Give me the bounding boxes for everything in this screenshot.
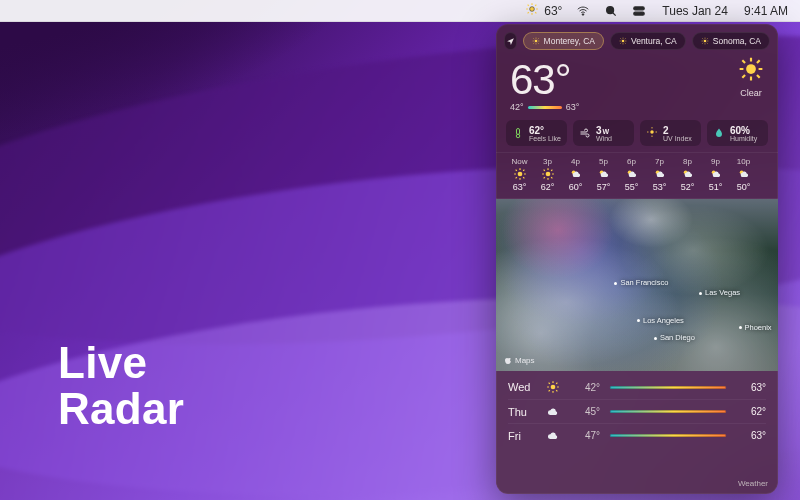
hour-label: 9p: [702, 157, 729, 166]
svg-point-84: [551, 385, 556, 390]
current-hi: 63°: [566, 102, 580, 112]
hour-temp: 63°: [506, 182, 533, 192]
svg-point-25: [622, 40, 625, 43]
svg-line-21: [533, 39, 534, 40]
hour-label: 6p: [618, 157, 645, 166]
menubar-time[interactable]: 9:41 AM: [742, 4, 788, 18]
menubar-temp: 63°: [544, 4, 562, 18]
panel-attribution: Weather: [496, 479, 778, 494]
wifi-icon[interactable]: [576, 4, 590, 18]
current-conditions: 63° 42° 63° Clear: [496, 50, 778, 116]
radar-map[interactable]: San FranciscoLas VegasLos AngelesSan Die…: [496, 199, 778, 371]
current-condition-label: Clear: [738, 88, 764, 98]
hour-temp: 51°: [702, 182, 729, 192]
hour-label: Now: [506, 157, 533, 166]
menubar-date[interactable]: Tues Jan 24: [660, 4, 728, 18]
day-icon: [546, 429, 564, 443]
hour-cell-6[interactable]: 8p 52°: [674, 157, 701, 192]
svg-point-15: [641, 12, 643, 14]
current-temp: 63°: [510, 56, 579, 104]
stats-row: 62°Feels Like 3WWind 2UV Index 60%Humidi…: [496, 116, 778, 152]
hour-temp: 53°: [646, 182, 673, 192]
svg-line-64: [515, 170, 516, 171]
svg-line-11: [613, 12, 616, 15]
svg-line-50: [742, 75, 745, 78]
svg-line-33: [625, 39, 626, 40]
svg-point-54: [650, 130, 654, 134]
hour-cell-0[interactable]: Now 63°: [506, 157, 533, 192]
hour-label: 3p: [534, 157, 561, 166]
svg-line-51: [757, 60, 760, 63]
hour-temp: 57°: [590, 182, 617, 192]
control-center-icon[interactable]: [632, 4, 646, 18]
location-pill-2[interactable]: Sonoma, CA: [692, 32, 770, 50]
hour-temp: 60°: [562, 182, 589, 192]
hour-cell-1[interactable]: 3p 62°: [534, 157, 561, 192]
hour-label: 7p: [646, 157, 673, 166]
day-hi: 62°: [736, 406, 766, 417]
hour-cell-8[interactable]: 10p 50°: [730, 157, 757, 192]
hour-icon: [506, 167, 533, 181]
hour-icon: [702, 167, 729, 181]
day-row-2[interactable]: Fri 47° 63°: [508, 423, 766, 447]
day-name: Wed: [508, 381, 536, 393]
apple-maps-badge: Maps: [504, 356, 535, 365]
svg-line-5: [528, 5, 529, 6]
hour-cell-2[interactable]: 4p 60°: [562, 157, 589, 192]
stat-humidity[interactable]: 60%Humidity: [707, 120, 768, 146]
map-city-label: Las Vegas: [699, 288, 740, 297]
svg-line-7: [528, 12, 529, 13]
hour-label: 5p: [590, 157, 617, 166]
svg-line-48: [742, 60, 745, 63]
svg-point-43: [746, 64, 756, 74]
day-range-bar: [610, 410, 726, 413]
svg-point-14: [636, 7, 638, 9]
svg-line-49: [757, 75, 760, 78]
day-row-1[interactable]: Thu 45° 62°: [508, 399, 766, 423]
hour-temp: 52°: [674, 182, 701, 192]
sun-icon: [525, 2, 539, 19]
hour-cell-3[interactable]: 5p 57°: [590, 157, 617, 192]
svg-line-90: [556, 390, 557, 391]
day-hi: 63°: [736, 430, 766, 441]
spotlight-icon[interactable]: [604, 4, 618, 18]
map-city-label: Los Angeles: [637, 316, 684, 325]
hour-cell-7[interactable]: 9p 51°: [702, 157, 729, 192]
svg-line-76: [551, 170, 552, 171]
svg-line-73: [543, 170, 544, 171]
system-menubar: 63° Tues Jan 24 9:41 AM: [0, 0, 800, 22]
menubar-weather[interactable]: 63°: [525, 2, 562, 19]
hero-line-2: Radar: [58, 386, 184, 432]
svg-line-8: [535, 5, 536, 6]
location-pill-1[interactable]: Ventura, CA: [610, 32, 686, 50]
svg-line-66: [515, 177, 516, 178]
day-hi: 63°: [736, 382, 766, 393]
svg-line-65: [523, 177, 524, 178]
stat-feels-like[interactable]: 62°Feels Like: [506, 120, 567, 146]
day-name: Thu: [508, 406, 536, 418]
hour-temp: 55°: [618, 182, 645, 192]
location-arrow-icon[interactable]: [504, 32, 517, 50]
svg-line-40: [707, 43, 708, 44]
hour-icon: [618, 167, 645, 181]
map-city-label: San Francisco: [614, 278, 668, 287]
svg-line-41: [702, 43, 703, 44]
hour-icon: [646, 167, 673, 181]
hourly-forecast[interactable]: Now 63°3p 62°4p 60°5p 57°6p 55°7p 53°8p …: [496, 152, 778, 199]
svg-point-0: [530, 7, 535, 12]
svg-point-34: [703, 40, 706, 43]
svg-line-32: [620, 43, 621, 44]
stat-uv[interactable]: 2UV Index: [640, 120, 701, 146]
stat-wind[interactable]: 3WWind: [573, 120, 634, 146]
hour-cell-4[interactable]: 6p 55°: [618, 157, 645, 192]
svg-line-91: [549, 390, 550, 391]
day-row-0[interactable]: Wed 42° 63°: [508, 375, 766, 399]
hour-icon: [562, 167, 589, 181]
svg-point-10: [607, 6, 614, 13]
svg-rect-52: [517, 129, 520, 135]
hour-cell-5[interactable]: 7p 53°: [646, 157, 673, 192]
location-pill-0[interactable]: Monterey, CA: [523, 32, 604, 50]
svg-line-6: [535, 12, 536, 13]
location-label: Sonoma, CA: [713, 36, 761, 46]
hour-label: 10p: [730, 157, 757, 166]
